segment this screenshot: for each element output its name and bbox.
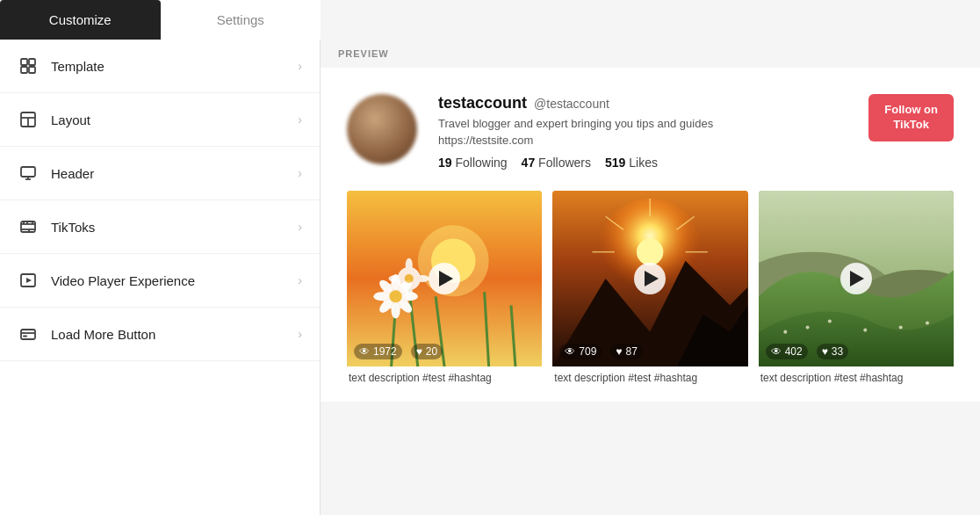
film-icon (18, 216, 39, 237)
eye-icon: 👁 (771, 345, 782, 358)
video-card-2[interactable]: 👁 709 ♥ 87 text description #test #hasht… (552, 191, 747, 384)
tiktoks-label: TikToks (51, 220, 298, 235)
followers-count: 47 Followers (522, 156, 591, 170)
svg-point-61 (805, 326, 809, 330)
sidebar-item-template[interactable]: Template › (0, 40, 320, 93)
svg-rect-2 (21, 67, 27, 73)
play-button-3[interactable] (840, 263, 872, 294)
chevron-icon: › (298, 220, 302, 234)
svg-point-63 (863, 329, 867, 332)
avatar (347, 94, 417, 164)
svg-rect-19 (21, 330, 35, 339)
profile-header: testaccount @testaccount Travel blogger … (347, 94, 954, 170)
heart-icon: ♥ (416, 345, 422, 358)
preview-label: PREVIEW (321, 40, 980, 68)
svg-rect-7 (21, 167, 35, 177)
preview-panel: PREVIEW testaccount @testaccount Travel … (321, 40, 980, 515)
layout-label: Layout (51, 112, 298, 127)
follow-button[interactable]: Follow onTikTok (868, 94, 954, 141)
video-stats-3: 👁 402 ♥ 33 (766, 344, 849, 359)
play-button-2[interactable] (634, 263, 666, 294)
svg-point-34 (373, 292, 389, 301)
sidebar-item-header[interactable]: Header › (0, 147, 320, 200)
layout-icon (18, 109, 39, 130)
sidebar-item-tiktoks[interactable]: TikToks › (0, 200, 320, 254)
video-stats-1: 👁 1972 ♥ 20 (354, 344, 443, 359)
video-player-label: Video Player Experience (51, 273, 298, 288)
tab-settings[interactable]: Settings (161, 0, 321, 40)
following-count: 19 Following (438, 156, 508, 170)
svg-point-33 (392, 302, 400, 318)
play-icon (645, 271, 659, 287)
like-count-2: ♥ 87 (610, 344, 642, 359)
svg-marker-18 (26, 278, 32, 283)
chevron-icon: › (298, 112, 302, 127)
likes-count: 519 Likes (605, 156, 658, 170)
profile-link: https://testsite.com (438, 134, 868, 147)
preview-content: testaccount @testaccount Travel blogger … (321, 68, 980, 402)
eye-icon: 👁 (359, 345, 370, 358)
svg-point-64 (898, 326, 902, 330)
svg-point-49 (637, 239, 663, 265)
play-icon (439, 271, 453, 287)
profile-name: testaccount (438, 94, 527, 112)
play-icon (850, 271, 864, 287)
view-count-2: 👁 709 (559, 344, 602, 359)
svg-point-46 (415, 275, 429, 282)
profile-info: testaccount @testaccount Travel blogger … (438, 94, 868, 170)
heart-icon: ♥ (616, 345, 622, 358)
sidebar: Template › Layout › (0, 40, 321, 515)
svg-rect-1 (29, 59, 35, 65)
profile-name-row: testaccount @testaccount (438, 94, 868, 112)
svg-point-44 (406, 285, 413, 299)
svg-rect-0 (21, 59, 27, 65)
template-label: Template (51, 59, 298, 74)
profile-bio: Travel blogger and expert bringing you t… (438, 116, 868, 132)
profile-handle: @testaccount (534, 97, 609, 111)
video-thumb-2: 👁 709 ♥ 87 (552, 191, 747, 366)
tab-customize[interactable]: Customize (0, 0, 161, 40)
play-square-icon (18, 270, 39, 291)
video-desc-3: text description #test #hashtag (759, 366, 954, 384)
sidebar-item-video-player[interactable]: Video Player Experience › (0, 254, 320, 308)
svg-point-43 (406, 258, 413, 272)
chevron-icon: › (298, 59, 302, 73)
like-count-3: ♥ 33 (817, 344, 848, 359)
load-more-label: Load More Button (51, 327, 298, 342)
chevron-icon: › (298, 327, 302, 341)
svg-point-40 (390, 290, 402, 302)
svg-rect-3 (29, 67, 35, 73)
play-button-1[interactable] (429, 263, 460, 294)
svg-point-62 (827, 320, 831, 323)
sidebar-item-load-more[interactable]: Load More Button › (0, 308, 320, 361)
video-desc-2: text description #test #hashtag (552, 366, 747, 384)
chevron-icon: › (298, 166, 302, 180)
video-desc-1: text description #test #hashtag (347, 366, 542, 384)
monitor-icon (18, 163, 39, 184)
svg-point-65 (926, 322, 929, 325)
svg-point-45 (388, 275, 402, 282)
chevron-icon: › (298, 273, 302, 287)
svg-point-42 (405, 274, 414, 283)
video-stats-2: 👁 709 ♥ 87 (559, 344, 643, 359)
profile-stats: 19 Following 47 Followers 519 Likes (438, 156, 868, 170)
credit-card-icon (18, 323, 39, 345)
grid-icon (18, 55, 39, 76)
video-card-1[interactable]: 👁 1972 ♥ 20 text description #test #hash… (347, 191, 542, 384)
view-count-1: 👁 1972 (354, 344, 402, 359)
video-thumb-1: 👁 1972 ♥ 20 (347, 191, 542, 366)
video-grid: 👁 1972 ♥ 20 text description #test #hash… (347, 191, 954, 384)
eye-icon: 👁 (565, 345, 575, 358)
view-count-3: 👁 402 (766, 344, 808, 359)
svg-point-60 (783, 330, 787, 334)
sidebar-item-layout[interactable]: Layout › (0, 93, 320, 147)
header-label: Header (51, 166, 298, 181)
like-count-1: ♥ 20 (411, 344, 443, 359)
video-card-3[interactable]: 👁 402 ♥ 33 text description #test #hasht… (759, 191, 954, 384)
video-thumb-3: 👁 402 ♥ 33 (759, 191, 954, 366)
heart-icon: ♥ (822, 345, 828, 358)
